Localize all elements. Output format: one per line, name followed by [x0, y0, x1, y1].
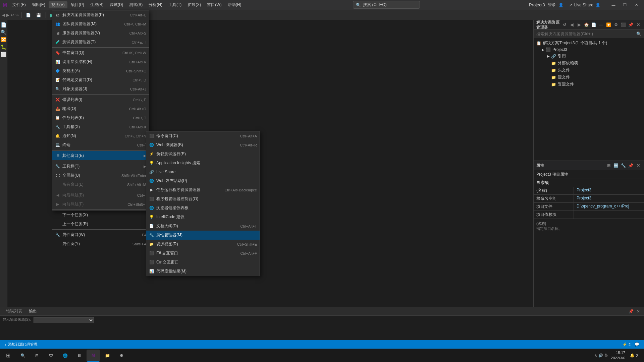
sub-package-console[interactable]: ⬛ 程序包管理器控制台(O) — [146, 194, 260, 203]
resources-node[interactable]: ▶ 📁 资源文件 — [534, 81, 644, 88]
collapse-button[interactable]: — — [598, 22, 604, 28]
menu-item-10[interactable]: 窗口(W) — [204, 1, 224, 8]
solution-node[interactable]: 📋 解决方案'Project3'(1 个项目/共 1 个) — [534, 40, 644, 47]
menu-item-0[interactable]: 文件(F) — [10, 1, 28, 8]
menu-solution-explorer[interactable]: 🗂 解决方案资源管理器(P) Ctrl+Alt+L — [52, 10, 149, 19]
menu-server-explorer[interactable]: 🖥 服务器资源管理器(V) Ctrl+Alt+S — [52, 28, 149, 38]
menu-obj-browser[interactable]: 🔍 对象浏览器(J) Ctrl+Alt+J — [52, 84, 149, 94]
back-sol-button[interactable]: ◀ — [569, 22, 575, 28]
chevron-up-icon[interactable]: ∧ — [594, 353, 597, 358]
headers-node[interactable]: ▶ 📁 头文件 — [534, 67, 644, 74]
taskbar-bell[interactable]: 🔔 2 — [628, 353, 640, 358]
taskbar-vs[interactable]: M — [87, 350, 100, 362]
open-file-button[interactable]: 📄 — [24, 12, 33, 18]
sub-web-browser[interactable]: 🌐 Web 浏览器(B) Ctrl+Alt+R — [146, 140, 260, 149]
menu-item-5[interactable]: 调试(D) — [107, 1, 126, 8]
menu-terminal[interactable]: 💻 终端 Ctrl+` — [52, 140, 149, 149]
menu-bookmarks[interactable]: 🔖 书签窗口(Q) Ctrl+K, Ctrl+W — [52, 48, 149, 57]
menu-toolbar[interactable]: 🔧 工具栏(T) ▶ — [52, 162, 149, 171]
menu-item-4[interactable]: 生成(B) — [88, 1, 106, 8]
taskbar-search[interactable]: 🔍 — [16, 350, 30, 362]
menu-item-3[interactable]: 项目(P) — [68, 1, 87, 8]
sub-task-runner[interactable]: ▶ 任务运行程序资源管理器 Ctrl+Alt+Backsapce — [146, 185, 260, 194]
sub-resource-view[interactable]: 📁 资源视图(R) Ctrl+Shift+E — [146, 240, 260, 249]
login-button[interactable]: 登录 — [548, 2, 556, 8]
sub-prop-manager[interactable]: 🔧 属性管理器(M) — [146, 231, 260, 240]
sub-load-test[interactable]: ⚡ 负载测试运行(E) — [146, 149, 260, 159]
alpha-view-button[interactable]: 🔤 — [613, 163, 619, 169]
menu-item-9[interactable]: 扩展(X) — [185, 1, 204, 8]
maximize-button[interactable]: ❐ — [620, 2, 630, 8]
sub-csharp[interactable]: ⬛ C# 交互窗口 — [146, 258, 260, 267]
save-button[interactable]: 💾 — [34, 12, 43, 18]
menu-item-2[interactable]: 视图(V) — [49, 1, 67, 8]
references-node[interactable]: ▶ 🔗 引用 — [534, 53, 644, 60]
tab-error-list[interactable]: 错误列表 — [3, 308, 25, 315]
taskbar-explorer[interactable]: 📁 — [101, 350, 114, 362]
menu-toolbox[interactable]: 🔧 工具箱(X) Ctrl+Alt+X — [52, 122, 149, 131]
menu-properties-page[interactable]: 属性页(Y) Shift+F4 — [52, 239, 149, 248]
home-sol-button[interactable]: 🏠 — [584, 22, 590, 28]
forward-sol-button[interactable]: ▶ — [576, 22, 582, 28]
close-prop-button[interactable]: ✕ — [635, 163, 641, 169]
tab-output[interactable]: 输出 — [25, 308, 40, 315]
output-source-select[interactable] — [34, 317, 94, 323]
menu-other-windows[interactable]: ⊞ 其他窗口(E) ▶ — [52, 151, 149, 160]
status-chat[interactable]: 💬 — [633, 342, 641, 347]
nav-forward-icon[interactable]: ▶ — [6, 13, 9, 17]
activity-item-4[interactable]: ⬜ — [0, 51, 7, 58]
menu-team-explorer[interactable]: 👥 团队资源管理器(M) Ctrl+\, Ctrl+M — [52, 19, 149, 28]
project-node[interactable]: ▶ ⬛ Project3 — [534, 47, 644, 53]
language-indicator[interactable]: 英 — [604, 353, 608, 358]
taskbar-pycharm[interactable]: 🖥 — [72, 350, 86, 362]
redo-icon[interactable]: ↪ — [15, 13, 19, 17]
sub-command-window[interactable]: ⬛ 命令窗口(C) Ctrl+Alt+A — [146, 131, 260, 140]
menu-item-11[interactable]: 帮助(H) — [225, 1, 244, 8]
menu-output[interactable]: 📤 输出(O) Ctrl+Alt+O — [52, 104, 149, 113]
nav-back-icon[interactable]: ◀ — [2, 13, 5, 17]
sub-fsharp[interactable]: ⬛ F# 交互窗口 Ctrl+Alt+F — [146, 249, 260, 258]
activity-item-2[interactable]: 🔀 — [0, 36, 7, 43]
menu-next-task[interactable]: 下一个任务(X) — [52, 210, 149, 220]
prop-pages-button[interactable]: 🔧 — [621, 163, 627, 169]
liveshare-button[interactable]: ↗ Live Share 👤 — [566, 2, 603, 8]
pin-prop-button[interactable]: 📌 — [628, 163, 634, 169]
menu-item-8[interactable]: 工具(T) — [166, 1, 184, 8]
menu-call-hierarchy[interactable]: 📊 调用层次结构(H) Ctrl+Alt+K — [52, 57, 149, 66]
filter-button[interactable]: 🔽 — [606, 22, 612, 28]
menu-item-7[interactable]: 分析(N) — [146, 1, 165, 8]
taskbar-taskview[interactable]: ⊟ — [30, 350, 44, 362]
menu-fullscreen[interactable]: ⛶ 全屏幕(U) Shift+Alt+Enter — [52, 171, 149, 180]
menu-code-def[interactable]: 📝 代码定义窗口(D) Ctrl+\, D — [52, 75, 149, 84]
sub-web-publish[interactable]: 🌐 Web 发布活动(P) — [146, 176, 260, 185]
status-source-control[interactable]: ↑ 添加到源代码管理 — [3, 340, 40, 349]
start-button[interactable]: ⊞ — [1, 350, 15, 362]
activity-item-3[interactable]: 🐛 — [0, 44, 7, 50]
sub-browser-link[interactable]: 🌐 浏览器链接仪表板 — [146, 203, 260, 213]
sources-node[interactable]: ▶ 📁 源文件 — [534, 74, 644, 81]
minimize-button[interactable]: — — [608, 2, 619, 8]
status-errors[interactable]: ⚡ 2 — [621, 342, 633, 347]
ext-deps-node[interactable]: ▶ 📁 外部依赖项 — [534, 60, 644, 67]
output-pin-button[interactable]: 📌 — [628, 308, 634, 314]
menu-item-1[interactable]: 编辑(E) — [29, 1, 48, 8]
menu-properties-window[interactable]: 🔧 属性窗口(W) F4 — [52, 230, 149, 239]
menu-test-explorer[interactable]: 🧪 测试资源管理器(T) Ctrl+E, T — [52, 38, 149, 47]
activity-item-1[interactable]: 🔍 — [0, 29, 7, 36]
menu-prev-task[interactable]: 上一个任务(R) — [52, 220, 149, 229]
sub-intellicode[interactable]: 💡 IntelliCode 建议 — [146, 213, 260, 222]
taskbar-time[interactable]: 15:17 2022/3/6 — [611, 350, 625, 361]
sync-button[interactable]: ↺ — [561, 22, 568, 28]
sub-app-insights[interactable]: 💡 Application Insights 搜索 — [146, 159, 260, 168]
solution-search-input[interactable] — [536, 32, 636, 36]
taskbar-chrome[interactable]: 🌐 — [58, 350, 72, 362]
taskbar-security[interactable]: 🛡 — [44, 350, 58, 362]
menu-notifications[interactable]: 🔔 通知(N) Ctrl+\, Ctrl+N — [52, 131, 149, 140]
cat-view-button[interactable]: ⊞ — [606, 163, 612, 169]
output-close-button[interactable]: ✕ — [635, 308, 641, 314]
menu-item-6[interactable]: 测试(S) — [126, 1, 145, 8]
volume-icon[interactable]: 🔊 — [598, 353, 603, 358]
activity-item-0[interactable]: 📄 — [0, 21, 7, 28]
menu-error-list[interactable]: ❌ 错误列表(I) Ctrl+\, E — [52, 95, 149, 104]
sub-doc-outline[interactable]: 📄 文档大纲(D) Ctrl+Alt+T — [146, 222, 260, 231]
